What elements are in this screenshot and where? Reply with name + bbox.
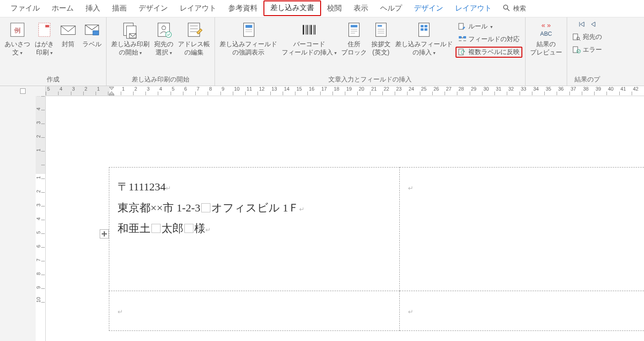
find-recipient-button[interactable]: 宛先の [570,32,605,43]
page-viewport[interactable]: 〒1111234↵ 東京都××市 1-2-3オフィスビル 1Ｆ↵ 和亜土太郎様↵… [46,96,644,341]
group-label-write: 文章入力とフィールドの挿入 [218,75,522,86]
greeting-line-button[interactable]: 挨拶文 (英文) [370,19,392,57]
highlight-fields-button[interactable]: 差し込みフィールド の強調表示 [218,19,279,57]
label-button[interactable]: ラベル [80,19,103,49]
svg-rect-6 [61,26,75,35]
search-icon [502,4,510,13]
greeting-line-icon [371,20,391,39]
insert-field-button[interactable]: 差し込みフィールド の挿入 [393,19,455,57]
update-labels-icon [458,49,467,56]
tab-help[interactable]: ヘルプ [374,0,408,17]
label-icon [82,20,102,39]
label-label: ラベル [82,40,102,49]
tab-file[interactable]: ファイル [5,0,46,17]
rules-label: ルール [468,22,488,31]
insert-field-label: 差し込みフィールド の挿入 [395,40,453,56]
update-labels-label: 複数ラベルに反映 [468,48,520,56]
tab-table-layout[interactable]: レイアウト [449,0,498,17]
match-fields-button[interactable]: フィールドの対応 [456,34,522,45]
editor-area: 5432112345678910 〒1111234↵ 東京都××市 1-2-3オ… [0,96,644,341]
svg-rect-5 [45,25,49,27]
svg-rect-8 [93,31,99,35]
label-cell-2[interactable]: ↵ [399,168,644,291]
tab-home[interactable]: ホーム [46,0,80,17]
space-mark [151,224,161,233]
svg-text:ABC: ABC [540,31,552,37]
select-recipients-label: 宛先の 選択 [154,40,173,56]
group-label-preview-spacer [528,76,564,86]
search-label: 検索 [513,5,526,13]
first-record-button[interactable] [577,20,586,30]
svg-rect-15 [188,23,199,36]
preview-results-button[interactable]: « »ABC 結果の プレビュー [528,19,564,57]
start-merge-label: 差し込み印刷 の開始 [111,40,150,56]
find-recipient-icon [573,33,581,41]
find-recipient-label: 宛先の [583,33,602,41]
ribbon: 例 あいさつ 文 はがき 印刷 封筒 ラベル [0,17,644,86]
envelope-label: 封筒 [62,40,75,49]
svg-rect-31 [350,25,357,27]
paragraph-mark: ↵ [166,184,171,192]
svg-line-53 [579,39,580,41]
tab-selector[interactable] [0,86,46,96]
label-table: 〒1111234↵ 東京都××市 1-2-3オフィスビル 1Ｆ↵ 和亜土太郎様↵… [109,167,644,331]
highlight-fields-label: 差し込みフィールド の強調表示 [220,40,277,56]
tab-layout[interactable]: レイアウト [174,0,222,17]
select-recipients-button[interactable]: 宛先の 選択 [152,19,175,57]
address-block-button[interactable]: 住所 ブロック [339,19,369,57]
page: 〒1111234↵ 東京都××市 1-2-3オフィスビル 1Ｆ↵ 和亜土太郎様↵… [46,167,640,331]
error-check-icon [573,46,581,54]
table-move-handle[interactable] [100,229,109,238]
svg-rect-42 [424,25,427,27]
tab-mailings[interactable]: 差し込み文書 [263,0,321,16]
preview-results-icon: « »ABC [537,20,556,39]
update-labels-button[interactable]: 複数ラベルに反映 [456,47,522,58]
ribbon-tabs: ファイル ホーム 挿入 描画 デザイン レイアウト 参考資料 差し込み文書 校閲… [0,0,644,17]
prev-record-button[interactable] [589,20,597,30]
svg-text:« »: « » [542,22,551,29]
postal-line: 〒1111234↵ [118,177,391,198]
postcard-button[interactable]: はがき 印刷 [33,19,56,57]
start-merge-button[interactable]: 差し込み印刷 の開始 [109,19,151,57]
greeting-button[interactable]: 例 あいさつ 文 [3,19,32,57]
ribbon-group-preview2: 宛先の エラー 結果のプ [567,17,607,86]
match-fields-icon [458,36,467,43]
svg-rect-47 [463,36,466,38]
group-label-create: 作成 [3,75,103,86]
ribbon-group-create: 例 あいさつ 文 はがき 印刷 封筒 ラベル [0,17,107,86]
postcard-icon [35,20,54,39]
barcode-icon [300,20,319,39]
highlight-fields-icon [239,20,258,39]
horizontal-ruler[interactable]: 5432112345678910111213141516171819202122… [46,86,644,96]
tab-review[interactable]: 校閲 [321,0,348,17]
group-label-start: 差し込み印刷の開始 [109,75,212,86]
tab-draw[interactable]: 描画 [106,0,133,17]
label-cell-1[interactable]: 〒1111234↵ 東京都××市 1-2-3オフィスビル 1Ｆ↵ 和亜土太郎様↵ [109,168,400,291]
error-check-button[interactable]: エラー [570,44,605,55]
tab-table-design[interactable]: デザイン [408,0,449,17]
envelope-button[interactable]: 封筒 [57,19,80,49]
search-box[interactable]: 検索 [502,4,526,13]
first-record-icon [578,21,585,29]
edit-recipients-button[interactable]: アドレス帳 の編集 [176,19,212,57]
tab-view[interactable]: 表示 [348,0,374,17]
rules-button[interactable]: ルール [456,21,522,32]
paragraph-mark: ↵ [408,308,413,315]
barcode-button[interactable]: バーコード フィールドの挿入 [280,19,338,57]
edit-recipients-icon [184,20,204,39]
move-icon [101,231,107,237]
greeting-icon: 例 [8,20,27,39]
label-cell-4[interactable]: ↵ [399,291,644,331]
vertical-ruler[interactable]: 5432112345678910 [36,96,46,341]
svg-point-14 [166,32,172,38]
tab-insert[interactable]: 挿入 [80,0,106,17]
svg-rect-43 [420,28,423,31]
paragraph-mark: ↵ [118,308,123,315]
tab-references[interactable]: 参考資料 [222,0,263,17]
postcard-label: はがき 印刷 [35,40,54,56]
tab-design[interactable]: デザイン [133,0,174,17]
svg-text:例: 例 [14,27,21,34]
ribbon-group-write: 差し込みフィールド の強調表示 バーコード フィールドの挿入 住所 ブロック 挨… [215,17,526,86]
prev-record-icon [590,21,596,29]
label-cell-3[interactable]: ↵ [109,291,400,331]
